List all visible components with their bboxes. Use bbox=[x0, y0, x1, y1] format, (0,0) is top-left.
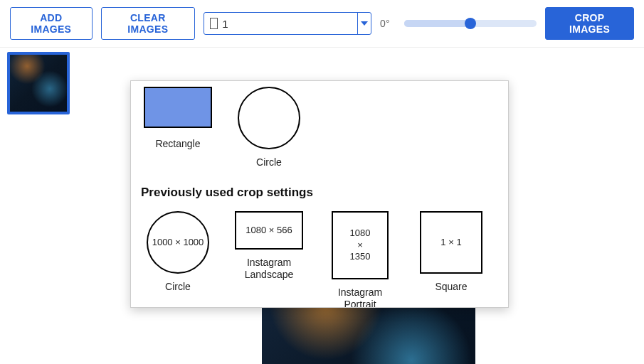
preset-shape-preview: 1 × 1 bbox=[420, 211, 482, 274]
toolbar: ADD IMAGES CLEAR IMAGES 0° CROP IMAGES bbox=[0, 0, 644, 47]
preset-shape-preview bbox=[144, 87, 212, 128]
preset-dimension-text: 1000 × 1000 bbox=[152, 237, 204, 247]
aspect-ratio-input[interactable] bbox=[222, 18, 357, 30]
previous-settings-heading: Previously used crop settings bbox=[141, 186, 498, 200]
add-images-button[interactable]: ADD IMAGES bbox=[10, 7, 93, 40]
preset-dimension-text: 1080 × 566 bbox=[246, 225, 292, 235]
preset-dimension-text: 1080 bbox=[350, 228, 371, 239]
crop-images-button[interactable]: CROP IMAGES bbox=[545, 7, 634, 40]
crop-preset-option[interactable]: 1 × 1Square bbox=[414, 211, 488, 293]
crop-preset-option[interactable]: Rectangle bbox=[141, 87, 215, 150]
preset-label: Instagram Portrait bbox=[323, 287, 397, 308]
aspect-ratio-dropdown-toggle[interactable] bbox=[357, 13, 371, 34]
preset-dimension-text: × bbox=[357, 240, 363, 251]
aspect-ratio-dropdown[interactable]: RectangleCircle Previously used crop set… bbox=[130, 80, 509, 308]
thumbnail-item[interactable] bbox=[7, 52, 70, 114]
clear-images-button[interactable]: CLEAR IMAGES bbox=[101, 7, 196, 40]
rotation-control: 0° bbox=[380, 18, 537, 29]
caret-down-icon bbox=[360, 19, 369, 28]
svg-marker-0 bbox=[361, 21, 368, 26]
preset-dimension-text: 1350 bbox=[350, 251, 371, 262]
aspect-ratio-swatch bbox=[210, 18, 218, 29]
preset-shape-preview bbox=[238, 87, 300, 149]
aspect-ratio-combobox[interactable] bbox=[204, 12, 371, 35]
crop-preset-option[interactable]: 1080×1350Instagram Portrait bbox=[323, 211, 397, 308]
rotation-slider-thumb[interactable] bbox=[465, 18, 476, 29]
thumbnail-image bbox=[10, 55, 67, 112]
preset-label: Square bbox=[414, 281, 488, 293]
preset-label: Circle bbox=[141, 281, 215, 293]
crop-preset-option[interactable]: 1000 × 1000Circle bbox=[141, 211, 215, 293]
preset-dimension-text: 1 × 1 bbox=[440, 237, 461, 247]
preset-label: Rectangle bbox=[141, 138, 215, 150]
rotation-value: 0° bbox=[380, 18, 400, 29]
preset-shape-preview: 1000 × 1000 bbox=[147, 211, 209, 274]
crop-preset-option[interactable]: 1080 × 566Instagram Landscape bbox=[232, 211, 306, 281]
thumbnail-sidebar[interactable] bbox=[0, 48, 93, 364]
rotation-slider[interactable] bbox=[404, 20, 537, 27]
content-area: RectangleCircle Previously used crop set… bbox=[0, 47, 644, 364]
crop-preset-option[interactable]: Circle bbox=[232, 87, 306, 168]
preset-label: Circle bbox=[232, 156, 306, 168]
rotation-slider-fill bbox=[404, 20, 470, 27]
preset-label: Instagram Landscape bbox=[232, 257, 306, 281]
preset-shape-preview: 1080 × 566 bbox=[235, 211, 303, 250]
preset-shape-preview: 1080×1350 bbox=[332, 211, 389, 279]
